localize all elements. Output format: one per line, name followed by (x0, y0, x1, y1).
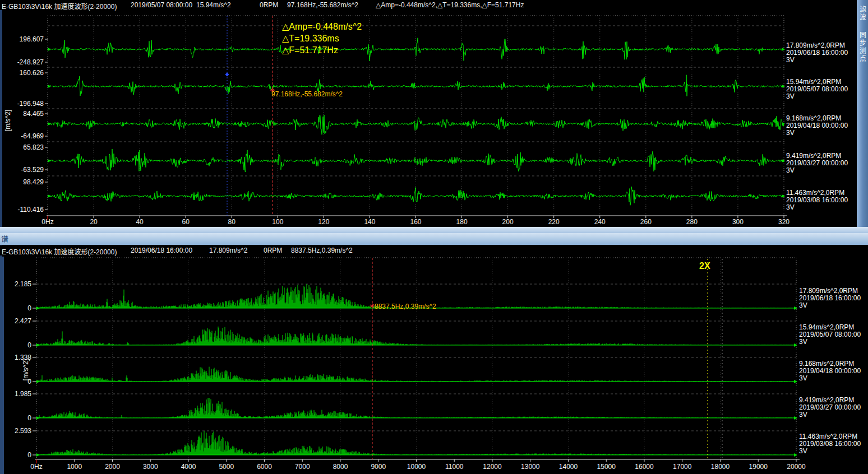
spectrum-trace-ch5 (36, 431, 796, 455)
band-end-marker (794, 380, 797, 383)
waveform-trace-ch1 (48, 38, 784, 61)
waveform-titlebar: E-GB103\3V\16k 加速度波形(2-20000) 2019/05/07… (0, 0, 857, 10)
band-end-marker (782, 159, 785, 162)
delta-cursor-annotation: △Amp=-0.448m/s^2 △T=19.336ms △F=51.717Hz (282, 21, 362, 56)
waveform-title-datetime: 2019/05/07 08:00:00 (131, 1, 192, 9)
band-end-marker (794, 416, 797, 420)
band-start-marker (48, 194, 51, 198)
band-end-marker (794, 306, 797, 310)
spectrum-title-amplitude: 17.809m/s^2 (209, 247, 247, 254)
spectrum-cursor-readout: 8837.5Hz,0.39m/s^2 (375, 303, 436, 310)
spectrum-titlebar: E-GB103\3V\16k 加速度波形(2-20000) 2019/06/18… (0, 245, 868, 255)
spectrum-title-source: E-GB103\3V\16k 加速度波形(2-20000) (2, 247, 117, 256)
waveform-title-delta: △Amp=-0.448m/s^2,△T=19.336ms,△F=51.717Hz (376, 1, 524, 9)
spectrum-title-datetime: 2019/06/18 16:00:00 (131, 247, 192, 254)
spectrum-trace-ch2 (36, 327, 796, 345)
delta-amp-line: △Amp=-0.448m/s^2 (282, 21, 362, 32)
band-start-marker (36, 343, 40, 347)
spectrum-title-cursor: 8837.5Hz,0.39m/s^2 (291, 247, 353, 254)
spectrum-trace-ch3 (36, 367, 796, 382)
delta-time-line: △T=19.336ms (282, 32, 362, 44)
harmonic-2x-label: 2X (699, 261, 710, 271)
band-end-marker (794, 343, 797, 347)
spectrum-tab-label: 谱 (1, 235, 8, 243)
band-end-marker (782, 85, 785, 88)
band-start-marker (36, 306, 40, 310)
waveform-cursor-readout: 97.168Hz,-55.682m/s^2 (271, 90, 343, 98)
waveform-trace-ch5 (48, 187, 784, 205)
waveform-trace-ch3 (48, 115, 784, 134)
window-divider: 谱 (0, 227, 868, 245)
side-toolbar: 滤波 同步测点 (857, 0, 868, 227)
waveform-title-amplitude: 15.94m/s^2 (196, 1, 231, 9)
waveform-title-speed: 0RPM (260, 1, 278, 9)
band-start-marker (48, 159, 51, 162)
vibration-analysis-app: E-GB103\3V\16k 加速度波形(2-20000) 2019/05/07… (0, 0, 868, 474)
sync-points-button[interactable]: 同步测点 (858, 31, 867, 63)
band-start-marker (36, 453, 40, 457)
waveform-unit-label: [m/s^2] (4, 104, 12, 137)
band-end-marker (794, 453, 797, 457)
waveform-title-cursor: 97.168Hz,-55.682m/s^2 (287, 1, 358, 9)
divider-gradient-strip (0, 227, 868, 233)
spectrum-title-speed: 0RPM (264, 247, 282, 254)
filter-button[interactable]: 滤波 (858, 6, 867, 21)
band-end-marker (782, 48, 785, 51)
spectrum-unit-label: [m/s^2] (22, 353, 30, 387)
band-end-marker (782, 122, 785, 126)
blue-cursor-marker (225, 72, 229, 76)
waveform-title-source: E-GB103\3V\16k 加速度波形(2-20000) (2, 1, 117, 11)
spectrum-window-tab[interactable]: 谱 (0, 233, 868, 245)
delta-freq-line: △F=51.717Hz (282, 44, 362, 56)
